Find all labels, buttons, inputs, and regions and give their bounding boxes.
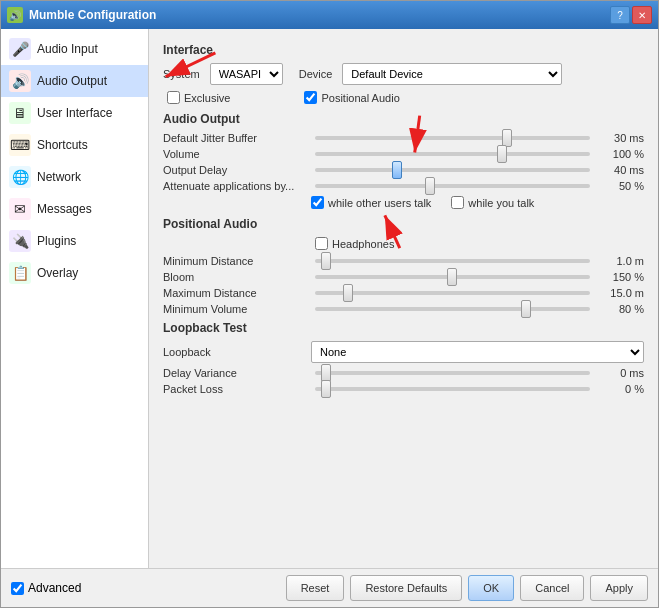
sidebar-item-network[interactable]: 🌐 Network (1, 161, 148, 193)
min-distance-label: Minimum Distance (163, 255, 311, 267)
delay-variance-label: Delay Variance (163, 367, 311, 379)
cancel-button[interactable]: Cancel (520, 575, 584, 601)
min-distance-value: 1.0 m (594, 255, 644, 267)
sidebar-item-messages[interactable]: ✉ Messages (1, 193, 148, 225)
interface-row: System WASAPI Device Default Device (163, 63, 644, 85)
attenuation-value: 50 % (594, 180, 644, 192)
sidebar-label-user-interface: User Interface (37, 106, 112, 120)
content-area: 🎤 Audio Input 🔊 Audio Output 🖥 User Inte… (1, 29, 658, 568)
max-distance-label: Maximum Distance (163, 287, 311, 299)
packet-loss-thumb[interactable] (321, 380, 331, 398)
close-button[interactable]: ✕ (632, 6, 652, 24)
attenuation-thumb[interactable] (425, 177, 435, 195)
bloom-label: Bloom (163, 271, 311, 283)
output-delay-row: Output Delay 40 ms (163, 164, 644, 176)
min-distance-thumb[interactable] (321, 252, 331, 270)
exclusive-checkbox-row: Exclusive (167, 91, 230, 104)
exclusive-checkbox[interactable] (167, 91, 180, 104)
loopback-select[interactable]: None Local Server (311, 341, 644, 363)
headphones-checkbox[interactable] (315, 237, 328, 250)
user-interface-icon: 🖥 (9, 102, 31, 124)
positional-audio-label: Positional Audio (321, 92, 399, 104)
audio-input-icon: 🎤 (9, 38, 31, 60)
min-distance-track (315, 259, 590, 263)
packet-loss-track (315, 387, 590, 391)
restore-defaults-button[interactable]: Restore Defaults (350, 575, 462, 601)
shortcuts-icon: ⌨ (9, 134, 31, 156)
apply-button[interactable]: Apply (590, 575, 648, 601)
volume-thumb[interactable] (497, 145, 507, 163)
packet-loss-label: Packet Loss (163, 383, 311, 395)
min-volume-value: 80 % (594, 303, 644, 315)
attenuation-label: Attenuate applications by... (163, 180, 311, 192)
max-distance-thumb[interactable] (343, 284, 353, 302)
while-you-talk-checkbox[interactable] (451, 196, 464, 209)
sidebar-label-overlay: Overlay (37, 266, 78, 280)
sidebar-label-network: Network (37, 170, 81, 184)
while-you-talk-row: while you talk (451, 196, 534, 209)
min-volume-thumb[interactable] (521, 300, 531, 318)
sidebar-label-shortcuts: Shortcuts (37, 138, 88, 152)
delay-variance-track (315, 371, 590, 375)
sidebar-item-user-interface[interactable]: 🖥 User Interface (1, 97, 148, 129)
sidebar-item-shortcuts[interactable]: ⌨ Shortcuts (1, 129, 148, 161)
loopback-label: Loopback (163, 346, 311, 358)
loopback-section-label: Loopback Test (163, 321, 644, 335)
jitter-buffer-track (315, 136, 590, 140)
main-window: 🔊 Mumble Configuration ? ✕ 🎤 Audio Input… (0, 0, 659, 608)
advanced-checkbox[interactable] (11, 582, 24, 595)
output-delay-label: Output Delay (163, 164, 311, 176)
output-delay-value: 40 ms (594, 164, 644, 176)
titlebar-title: Mumble Configuration (29, 8, 610, 22)
exclusive-row: Exclusive Positional Audio (167, 91, 644, 104)
volume-label: Volume (163, 148, 311, 160)
while-you-talk-label: while you talk (468, 197, 534, 209)
output-delay-thumb[interactable] (392, 161, 402, 179)
audio-output-icon: 🔊 (9, 70, 31, 92)
attenuation-row: Attenuate applications by... 50 % (163, 180, 644, 192)
delay-variance-value: 0 ms (594, 367, 644, 379)
jitter-buffer-value: 30 ms (594, 132, 644, 144)
device-label: Device (299, 68, 333, 80)
system-select[interactable]: WASAPI (210, 63, 283, 85)
messages-icon: ✉ (9, 198, 31, 220)
network-icon: 🌐 (9, 166, 31, 188)
min-volume-row: Minimum Volume 80 % (163, 303, 644, 315)
interface-section-label: Interface (163, 43, 644, 57)
titlebar-buttons: ? ✕ (610, 6, 652, 24)
output-delay-track (315, 168, 590, 172)
max-distance-row: Maximum Distance 15.0 m (163, 287, 644, 299)
bottom-bar: Advanced Reset Restore Defaults OK Cance… (1, 568, 658, 607)
bloom-track (315, 275, 590, 279)
sidebar-item-audio-input[interactable]: 🎤 Audio Input (1, 33, 148, 65)
bloom-row: Bloom 150 % (163, 271, 644, 283)
audio-output-section-label: Audio Output (163, 112, 644, 126)
ok-button[interactable]: OK (468, 575, 514, 601)
headphones-label: Headphones (332, 238, 394, 250)
titlebar: 🔊 Mumble Configuration ? ✕ (1, 1, 658, 29)
plugins-icon: 🔌 (9, 230, 31, 252)
while-other-users-row: while other users talk (311, 196, 431, 209)
min-volume-label: Minimum Volume (163, 303, 311, 315)
loopback-row: Loopback None Local Server (163, 341, 644, 363)
min-volume-track (315, 307, 590, 311)
help-button[interactable]: ? (610, 6, 630, 24)
reset-button[interactable]: Reset (286, 575, 345, 601)
max-distance-value: 15.0 m (594, 287, 644, 299)
overlay-icon: 📋 (9, 262, 31, 284)
positional-audio-checkbox[interactable] (304, 91, 317, 104)
packet-loss-value: 0 % (594, 383, 644, 395)
sidebar-item-plugins[interactable]: 🔌 Plugins (1, 225, 148, 257)
positional-audio-checkbox-row: Positional Audio (304, 91, 399, 104)
device-select[interactable]: Default Device (342, 63, 562, 85)
volume-row: Volume 100 % (163, 148, 644, 160)
while-other-users-label: while other users talk (328, 197, 431, 209)
advanced-label: Advanced (28, 581, 81, 595)
sidebar-item-audio-output[interactable]: 🔊 Audio Output (1, 65, 148, 97)
advanced-row: Advanced (11, 581, 81, 595)
bloom-thumb[interactable] (447, 268, 457, 286)
while-other-users-checkbox[interactable] (311, 196, 324, 209)
sidebar-item-overlay[interactable]: 📋 Overlay (1, 257, 148, 289)
min-distance-row: Minimum Distance 1.0 m (163, 255, 644, 267)
packet-loss-row: Packet Loss 0 % (163, 383, 644, 395)
